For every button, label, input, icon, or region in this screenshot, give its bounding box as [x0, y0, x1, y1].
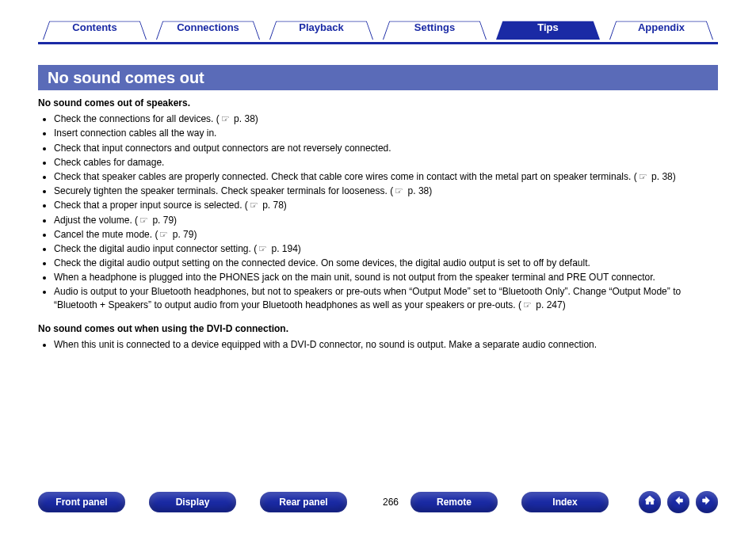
crossref-icon: ☞ [521, 299, 533, 310]
list-item: Check that input connectors and output c… [54, 142, 718, 154]
list-item-text: Check that a proper input source is sele… [54, 200, 248, 211]
front-panel-button[interactable]: Front panel [38, 492, 125, 512]
button-label: Rear panel [279, 497, 327, 508]
remote-button[interactable]: Remote [410, 492, 498, 512]
crossref-link[interactable]: p. 38 [231, 113, 255, 124]
list-item: Check the digital audio input connector … [54, 242, 718, 255]
page-number: 266 [371, 497, 410, 508]
list-item-text: Insert connection cables all the way in. [54, 128, 216, 139]
crossref-link[interactable]: p. 79 [170, 229, 193, 240]
crossref-icon: ☞ [138, 215, 150, 226]
button-label: Display [176, 497, 210, 508]
list-item-text: Cancel the mute mode. ( [54, 229, 158, 240]
tab-connections[interactable]: Connections [151, 14, 265, 40]
top-tabs: ContentsConnectionsPlaybackSettingsTipsA… [38, 14, 718, 48]
section-list: When this unit is connected to a device … [38, 338, 718, 351]
tab-label: Appendix [638, 21, 685, 33]
tab-label: Contents [72, 21, 116, 33]
crossref-link[interactable]: p. 38 [405, 185, 429, 196]
button-label: Index [552, 497, 577, 508]
page-title: No sound comes out [38, 65, 718, 90]
list-item-tail: ) [284, 200, 287, 211]
list-item: Check that speaker cables are properly c… [54, 170, 718, 183]
list-item-tail: ) [255, 113, 258, 124]
list-item: Audio is output to your Bluetooth headph… [54, 285, 718, 310]
tab-row: ContentsConnectionsPlaybackSettingsTipsA… [38, 14, 718, 43]
list-item-text: Check that speaker cables are properly c… [54, 171, 637, 182]
list-item-text: Check cables for damage. [54, 157, 164, 168]
list-item: Check the connections for all devices. (… [54, 112, 718, 125]
crossref-link[interactable]: p. 78 [260, 200, 284, 211]
crossref-icon: ☞ [637, 171, 649, 182]
list-item-tail: ) [563, 299, 566, 310]
tab-tips[interactable]: Tips [491, 14, 605, 40]
tab-baseline [38, 42, 718, 44]
tab-playback[interactable]: Playback [265, 14, 378, 40]
arrow-right-icon [701, 494, 713, 510]
list-item: When this unit is connected to a device … [54, 338, 718, 351]
home-button[interactable] [639, 491, 661, 513]
list-item-tail: ) [673, 171, 676, 182]
list-item-text: When this unit is connected to a device … [54, 339, 597, 350]
list-item-text: Securely tighten the speaker terminals. … [54, 185, 393, 196]
section-heading: No sound comes out of speakers. [38, 97, 718, 109]
crossref-link[interactable]: p. 194 [269, 243, 298, 254]
tab-label: Playback [299, 21, 343, 33]
list-item-tail: ) [174, 215, 177, 226]
list-item-text: Check the digital audio input connector … [54, 243, 257, 254]
list-item: Insert connection cables all the way in. [54, 127, 718, 139]
list-item-tail: ) [429, 185, 432, 196]
rear-panel-button[interactable]: Rear panel [260, 492, 347, 512]
list-item: When a headphone is plugged into the PHO… [54, 271, 718, 284]
tab-label: Connections [177, 21, 239, 33]
list-item-text: Check the connections for all devices. ( [54, 113, 220, 124]
list-item: Check the digital audio output setting o… [54, 257, 718, 269]
list-item: Securely tighten the speaker terminals. … [54, 185, 718, 197]
prev-page-button[interactable] [667, 491, 689, 513]
tab-settings[interactable]: Settings [378, 14, 491, 40]
crossref-link[interactable]: p. 79 [150, 215, 174, 226]
list-item-text: When a headphone is plugged into the PHO… [54, 272, 655, 283]
list-item-tail: ) [298, 243, 301, 254]
tab-appendix[interactable]: Appendix [605, 14, 718, 40]
crossref-icon: ☞ [248, 200, 260, 211]
list-item-text: Adjust the volume. ( [54, 215, 138, 226]
index-button[interactable]: Index [521, 492, 609, 512]
content-area: No sound comes out of speakers.Check the… [38, 97, 718, 362]
list-item: Check that a proper input source is sele… [54, 199, 718, 211]
crossref-link[interactable]: p. 38 [649, 171, 673, 182]
section-list: Check the connections for all devices. (… [38, 112, 718, 311]
section-heading: No sound comes out when using the DVI-D … [38, 322, 718, 335]
nav-icons [639, 491, 718, 513]
crossref-icon: ☞ [393, 185, 405, 196]
list-item: Check cables for damage. [54, 156, 718, 169]
list-item-text: Check that input connectors and output c… [54, 143, 391, 154]
list-item: Adjust the volume. (☞ p. 79) [54, 214, 718, 227]
button-label: Remote [437, 497, 472, 508]
crossref-icon: ☞ [220, 113, 231, 124]
crossref-link[interactable]: p. 247 [533, 299, 563, 310]
next-page-button[interactable] [696, 491, 718, 513]
list-item-text: Check the digital audio output setting o… [54, 257, 590, 268]
button-label: Front panel [55, 497, 107, 508]
page-title-text: No sound comes out [48, 69, 204, 87]
bottom-bar: Front panel Display Rear panel 266 Remot… [38, 489, 718, 516]
display-button[interactable]: Display [149, 492, 236, 512]
list-item: Cancel the mute mode. (☞ p. 79) [54, 228, 718, 241]
crossref-icon: ☞ [158, 229, 170, 240]
tab-label: Settings [414, 21, 455, 33]
tab-label: Tips [537, 21, 559, 33]
arrow-left-icon [672, 494, 685, 510]
list-item-tail: ) [193, 229, 197, 240]
list-item-text: Audio is output to your Bluetooth headph… [54, 286, 681, 310]
tab-contents[interactable]: Contents [38, 14, 151, 40]
home-icon [643, 494, 656, 510]
crossref-icon: ☞ [257, 243, 269, 254]
